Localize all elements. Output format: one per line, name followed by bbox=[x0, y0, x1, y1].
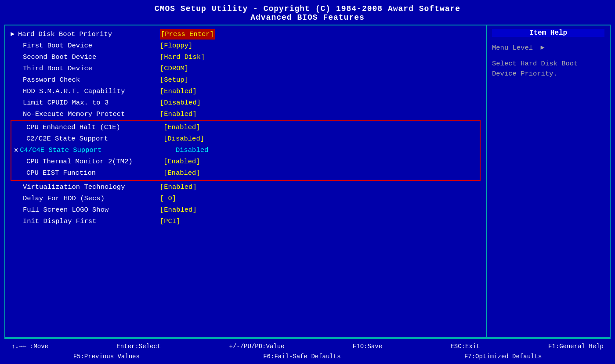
menu-level-label: Menu Level bbox=[492, 44, 533, 52]
footer-select: Enter:Select bbox=[116, 342, 161, 351]
red-box-group: CPU Enhanced Halt (C1E) [Enabled] C2/C2E… bbox=[11, 120, 481, 181]
menu-label-full-screen-logo: Full Screen LOGO Show bbox=[11, 205, 160, 215]
menu-value-delay-hdd: [ 0] bbox=[160, 193, 176, 204]
footer-fail-safe: F6:Fail-Safe Defaults bbox=[263, 352, 340, 361]
menu-row-virtualization[interactable]: Virtualization Technology [Enabled] bbox=[11, 182, 481, 192]
menu-label-delay-hdd: Delay For HDD (Secs) bbox=[11, 193, 160, 204]
menu-label-first-boot-device: First Boot Device bbox=[11, 40, 160, 51]
right-panel: Item Help Menu Level ► Select Hard Disk … bbox=[487, 25, 610, 337]
menu-label-init-display: Init Display First bbox=[11, 216, 160, 227]
menu-value-cpu-thermal: [Enabled] bbox=[163, 156, 200, 167]
menu-label-no-execute: No-Execute Memory Protect bbox=[11, 109, 160, 119]
header: CMOS Setup Utility - Copyright (C) 1984-… bbox=[0, 0, 615, 25]
menu-label-c2c2e: C2/C2E State Support bbox=[14, 133, 163, 144]
menu-value-cpu-enhanced-halt: [Enabled] bbox=[163, 122, 200, 133]
menu-row-init-display[interactable]: Init Display First [PCI] bbox=[11, 216, 481, 227]
menu-label-cpu-thermal: CPU Thermal Monitor 2(TM2) bbox=[14, 156, 163, 167]
item-help-title: Item Help bbox=[492, 29, 604, 37]
x-marker-icon: x bbox=[14, 145, 18, 155]
footer-prev-values: F5:Previous Values bbox=[73, 352, 140, 361]
menu-level-arrow-icon: ► bbox=[536, 44, 545, 52]
footer-value: +/-/PU/PD:Value bbox=[229, 342, 285, 351]
header-title: CMOS Setup Utility - Copyright (C) 1984-… bbox=[0, 4, 615, 13]
menu-row-hard-disk-boot-priority[interactable]: ► Hard Disk Boot Priority [Press Enter] bbox=[11, 29, 481, 40]
help-text: Select Hard Disk BootDevice Priority. bbox=[492, 59, 604, 79]
menu-label-limit-cpuid: Limit CPUID Max. to 3 bbox=[11, 97, 160, 108]
menu-value-limit-cpuid: [Disabled] bbox=[160, 97, 201, 108]
menu-value-password-check: [Setup] bbox=[160, 75, 188, 85]
menu-value-full-screen-logo: [Enabled] bbox=[160, 205, 197, 215]
menu-row-cpu-thermal[interactable]: CPU Thermal Monitor 2(TM2) [Enabled] bbox=[14, 156, 477, 167]
footer-move: ↑↓→← :Move bbox=[11, 342, 48, 351]
menu-row-full-screen-logo[interactable]: Full Screen LOGO Show [Enabled] bbox=[11, 205, 481, 215]
main-content: ► Hard Disk Boot Priority [Press Enter] … bbox=[4, 25, 611, 338]
menu-value-hard-disk-boot-priority: [Press Enter] bbox=[160, 29, 215, 40]
menu-label-hard-disk-boot-priority: ► Hard Disk Boot Priority bbox=[11, 29, 160, 40]
menu-row-hdd-smart[interactable]: HDD S.M.A.R.T. Capability [Enabled] bbox=[11, 86, 481, 97]
menu-value-second-boot-device: [Hard Disk] bbox=[160, 52, 205, 62]
menu-row-cpu-eist[interactable]: CPU EIST Function [Enabled] bbox=[14, 168, 477, 178]
menu-row-second-boot-device[interactable]: Second Boot Device [Hard Disk] bbox=[11, 52, 481, 62]
menu-value-hdd-smart: [Enabled] bbox=[160, 86, 197, 97]
menu-value-c2c2e: [Disabled] bbox=[163, 133, 204, 144]
footer: ↑↓→← :Move Enter:Select +/-/PU/PD:Value … bbox=[4, 338, 611, 364]
menu-label-password-check: Password Check bbox=[11, 75, 160, 85]
menu-value-init-display: [PCI] bbox=[160, 216, 181, 227]
menu-row-third-boot-device[interactable]: Third Boot Device [CDROM] bbox=[11, 63, 481, 74]
menu-level-row: Menu Level ► bbox=[492, 44, 604, 52]
menu-row-c2c2e[interactable]: C2/C2E State Support [Disabled] bbox=[14, 133, 477, 144]
footer-help: F1:General Help bbox=[548, 342, 604, 351]
menu-row-password-check[interactable]: Password Check [Setup] bbox=[11, 75, 481, 85]
bios-screen: CMOS Setup Utility - Copyright (C) 1984-… bbox=[0, 0, 615, 364]
footer-row-2: F5:Previous Values F6:Fail-Safe Defaults… bbox=[11, 352, 604, 361]
arrow-icon: ► bbox=[11, 29, 14, 40]
menu-row-cpu-enhanced-halt[interactable]: CPU Enhanced Halt (C1E) [Enabled] bbox=[14, 122, 477, 133]
header-subtitle: Advanced BIOS Features bbox=[0, 13, 615, 22]
menu-value-no-execute: [Enabled] bbox=[160, 109, 197, 119]
footer-row-1: ↑↓→← :Move Enter:Select +/-/PU/PD:Value … bbox=[11, 342, 604, 351]
menu-label-third-boot-device: Third Boot Device bbox=[11, 63, 160, 74]
menu-row-delay-hdd[interactable]: Delay For HDD (Secs) [ 0] bbox=[11, 193, 481, 204]
menu-row-first-boot-device[interactable]: First Boot Device [Floppy] bbox=[11, 40, 481, 51]
menu-label-virtualization: Virtualization Technology bbox=[11, 182, 160, 192]
menu-label-c4c4e: x C4/C4E State Support bbox=[14, 145, 163, 155]
menu-value-third-boot-device: [CDROM] bbox=[160, 63, 188, 74]
menu-value-cpu-eist: [Enabled] bbox=[163, 168, 200, 178]
menu-label-cpu-eist: CPU EIST Function bbox=[14, 168, 163, 178]
menu-label-hdd-smart: HDD S.M.A.R.T. Capability bbox=[11, 86, 160, 97]
menu-row-no-execute[interactable]: No-Execute Memory Protect [Enabled] bbox=[11, 109, 481, 119]
menu-row-c4c4e[interactable]: x C4/C4E State Support Disabled bbox=[14, 145, 477, 155]
menu-value-c4c4e: Disabled bbox=[163, 145, 208, 155]
left-panel: ► Hard Disk Boot Priority [Press Enter] … bbox=[5, 25, 487, 337]
menu-value-first-boot-device: [Floppy] bbox=[160, 40, 192, 51]
menu-label-cpu-enhanced-halt: CPU Enhanced Halt (C1E) bbox=[14, 122, 163, 133]
footer-save: F10:Save bbox=[353, 342, 382, 351]
menu-value-virtualization: [Enabled] bbox=[160, 182, 197, 192]
menu-row-limit-cpuid[interactable]: Limit CPUID Max. to 3 [Disabled] bbox=[11, 97, 481, 108]
footer-exit: ESC:Exit bbox=[450, 342, 480, 351]
menu-label-second-boot-device: Second Boot Device bbox=[11, 52, 160, 62]
footer-optimized: F7:Optimized Defaults bbox=[464, 352, 542, 361]
